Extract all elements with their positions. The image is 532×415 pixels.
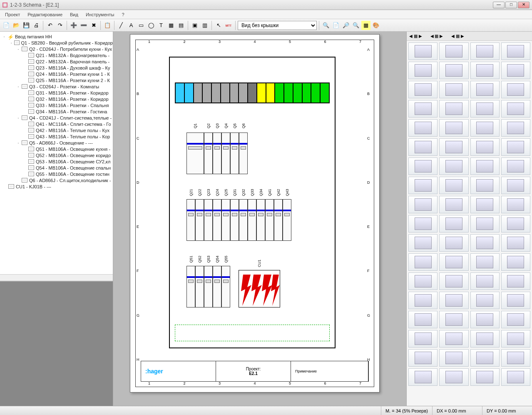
gallery-tab-1[interactable]: ◀ ▦ ▶ [409,32,422,40]
doc-icon[interactable]: 📋 [103,21,112,30]
gallery-item[interactable] [408,311,438,328]
tree-node[interactable]: Q21 - MB132A - Водонагреватель - [0,52,113,58]
tree-node[interactable]: Q33 - MB116A - Розетки - Спальня [0,102,113,108]
layout1-icon[interactable]: ▣ [190,21,199,30]
breaker-Q51[interactable]: Q51 [186,266,195,308]
breaker-Q6[interactable]: Q6 [239,132,248,174]
palette-icon[interactable]: 🎨 [371,21,380,30]
gallery-tab-3[interactable]: ◀ ▦ ▶ [451,32,464,40]
gallery-item[interactable] [501,349,530,367]
maximize-button[interactable]: □ [505,2,517,8]
breaker-Q43[interactable]: Q43 [283,199,291,241]
tree-node[interactable]: -Q5 - AD866J - Освещение - --- [0,140,113,146]
tree-node[interactable]: Q52 - MB106A - Освещение коридо [0,152,113,158]
gallery-item[interactable] [501,196,530,213]
gallery-item[interactable] [501,292,530,309]
gallery-item[interactable] [501,368,530,386]
breaker-Q33[interactable]: Q33 [248,199,256,241]
gallery-item[interactable] [439,330,468,348]
zoom-in-icon[interactable]: 🔍 [321,21,331,30]
gallery-item[interactable] [501,119,530,137]
gallery-item[interactable] [408,119,438,137]
gallery-item[interactable] [501,100,530,118]
gallery-item[interactable] [470,215,500,232]
tree-node[interactable]: -Q4 - CD241J - Сплит-система,теплые - [0,115,113,121]
rect-icon[interactable]: ▭ [137,21,146,30]
gallery-item[interactable] [408,292,438,309]
gallery-item[interactable] [439,42,468,60]
zoom-out-icon[interactable]: 🔍 [351,21,360,30]
gallery-item[interactable] [439,138,468,156]
gallery-item[interactable] [408,158,438,175]
tree-node[interactable]: -Q1 - SB280 - Вводной рубильник - Коридо… [0,40,113,46]
gallery-item[interactable] [470,292,500,309]
gallery-item[interactable] [408,234,438,252]
pointer-icon[interactable]: ↖ [214,21,223,30]
delete-icon[interactable]: ✖ [89,21,98,30]
tool-icon[interactable]: T [157,21,166,30]
gallery-item[interactable] [439,177,468,194]
gallery-item[interactable] [501,253,530,271]
tree-node[interactable]: Q54 - MB106A - Освещение спальн [0,165,113,171]
gallery-tab-2[interactable]: ◀ ▦ ▶ [430,32,443,40]
ref-icon[interactable]: ▦ [167,21,176,30]
gallery-item[interactable] [501,177,530,194]
breaker-Q3[interactable]: Q3 [213,132,221,174]
tree-node[interactable]: Q41 - MC116A - Сплит-система - Го [0,121,113,127]
gallery-item[interactable] [501,138,530,156]
print-icon[interactable]: 🖨 [32,21,41,30]
menu-Инструменты[interactable]: Инструменты [82,11,118,18]
tree-node[interactable]: -Q2 - CD264J - Потребители кухни - Кух [0,46,113,52]
enclosure[interactable]: Q1Q2Q3Q4Q5Q6 Q21Q22Q23Q24Q25Q31Q32Q33Q34… [169,57,336,348]
zoom-fit-icon[interactable]: 🔎 [341,21,351,30]
gallery-item[interactable] [470,119,500,137]
line-icon[interactable]: ╱ [117,21,126,30]
layout2-icon[interactable]: ▥ [200,21,209,30]
breaker-Q25[interactable]: Q25 [221,199,230,241]
tree-node[interactable]: Q43 - MB116A - Теплые полы - Кор [0,133,113,140]
breaker-Q24[interactable]: Q24 [213,199,221,241]
gallery-item[interactable] [501,272,530,290]
gallery-item[interactable] [408,42,438,60]
gallery-item[interactable] [470,138,500,156]
breaker-Q42[interactable]: Q42 [274,199,283,241]
minimize-button[interactable]: — [493,2,505,8]
gallery-item[interactable] [470,368,500,386]
gallery-item[interactable] [439,119,468,137]
gallery-item[interactable] [501,311,530,328]
tree-node[interactable]: Q23 - MB116A - Духовой шкаф - Ку [0,65,113,71]
breaker-Q22[interactable]: Q22 [195,199,204,241]
tree-scrollbar[interactable] [0,274,113,281]
gallery-item[interactable] [408,177,438,194]
gallery-item[interactable] [408,215,438,232]
circle-icon[interactable]: ◯ [147,21,156,30]
gallery-item[interactable] [470,330,500,348]
tree-node[interactable]: Q42 - MB116A - Теплые полы - Кух [0,127,113,133]
open-icon[interactable]: 📂 [12,21,21,30]
text-icon[interactable]: A [127,21,136,30]
tree-node[interactable]: Q22 - MB132A - Варочная панель - [0,58,113,65]
breaker-Q2[interactable]: Q2 [204,132,213,174]
gallery-item[interactable] [408,138,438,156]
gallery-item[interactable] [408,253,438,271]
view-select[interactable]: Вид без крышки [238,21,317,30]
tree-node[interactable]: Q51 - MB106A - Освещение кухня - [0,146,113,152]
gallery-item[interactable] [408,81,438,98]
breaker-Q53[interactable]: Q53 [204,266,213,308]
gallery-item[interactable] [501,234,530,252]
new-icon[interactable]: 📄 [2,21,11,30]
breaker-Q41[interactable]: Q41 [265,199,274,241]
menu-Редактирование[interactable]: Редактирование [24,11,66,18]
tree-add-icon[interactable]: ➕ [69,21,78,30]
gallery-item[interactable] [470,196,500,213]
gallery-item[interactable] [439,196,468,213]
gallery-item[interactable] [408,100,438,118]
gallery-item[interactable] [439,81,468,98]
busbar-row[interactable] [175,82,330,103]
gallery-item[interactable] [501,42,530,60]
gallery-item[interactable] [408,330,438,348]
gallery-item[interactable] [470,272,500,290]
gallery-item[interactable] [439,158,468,175]
gallery-item[interactable] [501,215,530,232]
gallery-item[interactable] [470,158,500,175]
